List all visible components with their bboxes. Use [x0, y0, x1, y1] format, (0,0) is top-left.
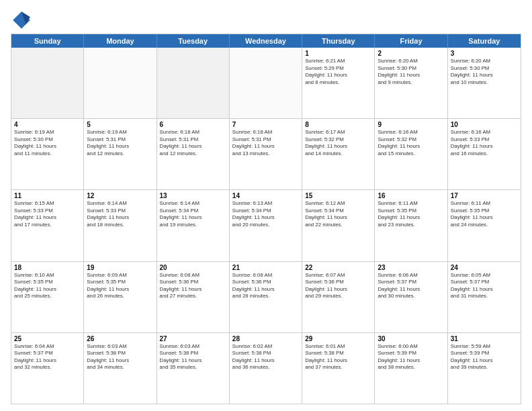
calendar-cell: 14Sunrise: 6:13 AM Sunset: 5:34 PM Dayli… — [230, 190, 302, 261]
calendar-cell: 27Sunrise: 6:03 AM Sunset: 5:38 PM Dayli… — [157, 333, 230, 404]
calendar-cell — [230, 48, 302, 118]
calendar-cell: 18Sunrise: 6:10 AM Sunset: 5:35 PM Dayli… — [11, 262, 84, 332]
cell-info: Sunrise: 6:19 AM Sunset: 5:31 PM Dayligh… — [87, 129, 153, 157]
cell-info: Sunrise: 6:11 AM Sunset: 5:35 PM Dayligh… — [378, 200, 444, 228]
day-number: 21 — [232, 264, 299, 271]
cell-info: Sunrise: 6:19 AM Sunset: 5:30 PM Dayligh… — [14, 129, 81, 157]
cell-info: Sunrise: 6:05 AM Sunset: 5:37 PM Dayligh… — [451, 272, 518, 300]
cell-info: Sunrise: 6:06 AM Sunset: 5:37 PM Dayligh… — [378, 272, 444, 300]
header-day: Friday — [375, 34, 447, 48]
day-number: 3 — [451, 50, 518, 57]
cell-info: Sunrise: 6:14 AM Sunset: 5:34 PM Dayligh… — [160, 200, 226, 228]
day-number: 27 — [160, 335, 226, 342]
cell-info: Sunrise: 6:15 AM Sunset: 5:33 PM Dayligh… — [14, 200, 81, 228]
calendar-cell — [11, 48, 84, 118]
day-number: 5 — [87, 121, 153, 128]
day-number: 17 — [451, 192, 518, 199]
cell-info: Sunrise: 6:18 AM Sunset: 5:31 PM Dayligh… — [160, 129, 226, 157]
calendar-cell: 6Sunrise: 6:18 AM Sunset: 5:31 PM Daylig… — [157, 119, 230, 189]
calendar-cell: 13Sunrise: 6:14 AM Sunset: 5:34 PM Dayli… — [157, 190, 230, 261]
header — [11, 7, 521, 31]
calendar-cell — [157, 48, 230, 118]
cell-info: Sunrise: 6:03 AM Sunset: 5:38 PM Dayligh… — [87, 343, 153, 371]
cell-info: Sunrise: 6:08 AM Sunset: 5:36 PM Dayligh… — [160, 272, 226, 300]
cell-info: Sunrise: 6:18 AM Sunset: 5:31 PM Dayligh… — [232, 129, 299, 157]
calendar-cell: 24Sunrise: 6:05 AM Sunset: 5:37 PM Dayli… — [448, 262, 521, 332]
day-number: 30 — [378, 335, 444, 342]
cell-info: Sunrise: 6:07 AM Sunset: 5:36 PM Dayligh… — [305, 272, 371, 300]
cell-info: Sunrise: 6:17 AM Sunset: 5:32 PM Dayligh… — [305, 129, 371, 157]
day-number: 4 — [14, 121, 81, 128]
calendar-cell: 25Sunrise: 6:04 AM Sunset: 5:37 PM Dayli… — [11, 333, 84, 404]
day-number: 15 — [305, 192, 371, 199]
calendar-cell: 9Sunrise: 6:16 AM Sunset: 5:32 PM Daylig… — [375, 119, 447, 189]
header-day: Saturday — [448, 34, 521, 48]
cell-info: Sunrise: 6:09 AM Sunset: 5:35 PM Dayligh… — [87, 272, 153, 300]
cell-info: Sunrise: 6:00 AM Sunset: 5:39 PM Dayligh… — [378, 343, 444, 371]
calendar-cell: 2Sunrise: 6:20 AM Sunset: 5:30 PM Daylig… — [375, 48, 447, 118]
header-day: Sunday — [11, 34, 84, 48]
calendar-cell: 23Sunrise: 6:06 AM Sunset: 5:37 PM Dayli… — [375, 262, 447, 332]
day-number: 31 — [451, 335, 518, 342]
calendar-row: 25Sunrise: 6:04 AM Sunset: 5:37 PM Dayli… — [11, 332, 521, 404]
header-day: Thursday — [302, 34, 375, 48]
day-number: 22 — [305, 264, 371, 271]
calendar-row: 11Sunrise: 6:15 AM Sunset: 5:33 PM Dayli… — [11, 189, 521, 261]
calendar-cell: 1Sunrise: 6:21 AM Sunset: 5:29 PM Daylig… — [302, 48, 375, 118]
day-number: 20 — [160, 264, 226, 271]
calendar-cell: 21Sunrise: 6:08 AM Sunset: 5:36 PM Dayli… — [230, 262, 302, 332]
cell-info: Sunrise: 6:14 AM Sunset: 5:33 PM Dayligh… — [87, 200, 153, 228]
day-number: 29 — [305, 335, 371, 342]
cell-info: Sunrise: 6:21 AM Sunset: 5:29 PM Dayligh… — [305, 58, 371, 86]
day-number: 24 — [451, 264, 518, 271]
day-number: 13 — [160, 192, 226, 199]
calendar-cell — [84, 48, 157, 118]
cell-info: Sunrise: 6:16 AM Sunset: 5:33 PM Dayligh… — [451, 129, 518, 157]
cell-info: Sunrise: 6:02 AM Sunset: 5:38 PM Dayligh… — [232, 343, 299, 371]
cell-info: Sunrise: 6:10 AM Sunset: 5:35 PM Dayligh… — [14, 272, 81, 300]
cell-info: Sunrise: 6:12 AM Sunset: 5:34 PM Dayligh… — [305, 200, 371, 228]
calendar-cell: 30Sunrise: 6:00 AM Sunset: 5:39 PM Dayli… — [375, 333, 447, 404]
day-number: 9 — [378, 121, 444, 128]
day-number: 16 — [378, 192, 444, 199]
cell-info: Sunrise: 6:08 AM Sunset: 5:36 PM Dayligh… — [232, 272, 299, 300]
calendar-cell: 16Sunrise: 6:11 AM Sunset: 5:35 PM Dayli… — [375, 190, 447, 261]
calendar-cell: 11Sunrise: 6:15 AM Sunset: 5:33 PM Dayli… — [11, 190, 84, 261]
calendar-row: 18Sunrise: 6:10 AM Sunset: 5:35 PM Dayli… — [11, 261, 521, 332]
calendar-cell: 26Sunrise: 6:03 AM Sunset: 5:38 PM Dayli… — [84, 333, 157, 404]
day-number: 19 — [87, 264, 153, 271]
day-number: 12 — [87, 192, 153, 199]
calendar-cell: 29Sunrise: 6:01 AM Sunset: 5:38 PM Dayli… — [302, 333, 375, 404]
calendar-cell: 17Sunrise: 6:11 AM Sunset: 5:35 PM Dayli… — [448, 190, 521, 261]
calendar-cell: 10Sunrise: 6:16 AM Sunset: 5:33 PM Dayli… — [448, 119, 521, 189]
header-day: Wednesday — [230, 34, 302, 48]
calendar-row: 1Sunrise: 6:21 AM Sunset: 5:29 PM Daylig… — [11, 48, 521, 118]
cell-info: Sunrise: 6:01 AM Sunset: 5:38 PM Dayligh… — [305, 343, 371, 371]
calendar-cell: 22Sunrise: 6:07 AM Sunset: 5:36 PM Dayli… — [302, 262, 375, 332]
calendar-body: 1Sunrise: 6:21 AM Sunset: 5:29 PM Daylig… — [11, 48, 521, 404]
day-number: 1 — [305, 50, 371, 57]
day-number: 28 — [232, 335, 299, 342]
calendar-cell: 28Sunrise: 6:02 AM Sunset: 5:38 PM Dayli… — [230, 333, 302, 404]
cell-info: Sunrise: 6:04 AM Sunset: 5:37 PM Dayligh… — [14, 343, 81, 371]
day-number: 18 — [14, 264, 81, 271]
calendar: SundayMondayTuesdayWednesdayThursdayFrid… — [11, 34, 521, 404]
cell-info: Sunrise: 6:20 AM Sunset: 5:30 PM Dayligh… — [378, 58, 444, 86]
header-day: Monday — [84, 34, 157, 48]
logo — [11, 9, 35, 31]
cell-info: Sunrise: 6:03 AM Sunset: 5:38 PM Dayligh… — [160, 343, 226, 371]
logo-icon — [11, 9, 32, 31]
day-number: 23 — [378, 264, 444, 271]
day-number: 6 — [160, 121, 226, 128]
day-number: 7 — [232, 121, 299, 128]
calendar-row: 4Sunrise: 6:19 AM Sunset: 5:30 PM Daylig… — [11, 118, 521, 189]
cell-info: Sunrise: 6:11 AM Sunset: 5:35 PM Dayligh… — [451, 200, 518, 228]
calendar-cell: 19Sunrise: 6:09 AM Sunset: 5:35 PM Dayli… — [84, 262, 157, 332]
calendar-cell: 31Sunrise: 5:59 AM Sunset: 5:39 PM Dayli… — [448, 333, 521, 404]
calendar-cell: 8Sunrise: 6:17 AM Sunset: 5:32 PM Daylig… — [302, 119, 375, 189]
cell-info: Sunrise: 5:59 AM Sunset: 5:39 PM Dayligh… — [451, 343, 518, 371]
calendar-cell: 15Sunrise: 6:12 AM Sunset: 5:34 PM Dayli… — [302, 190, 375, 261]
calendar-cell: 5Sunrise: 6:19 AM Sunset: 5:31 PM Daylig… — [84, 119, 157, 189]
day-number: 8 — [305, 121, 371, 128]
cell-info: Sunrise: 6:16 AM Sunset: 5:32 PM Dayligh… — [378, 129, 444, 157]
